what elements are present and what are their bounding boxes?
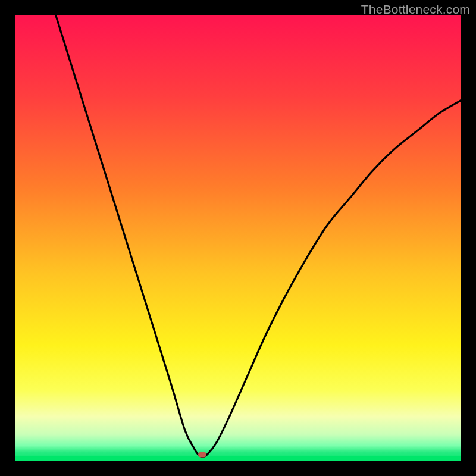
chart-stage: TheBottleneck.com — [0, 0, 476, 476]
plot-area — [15, 15, 461, 461]
watermark-text: TheBottleneck.com — [361, 2, 470, 17]
bottleneck-curve — [15, 15, 461, 461]
optimal-marker — [198, 452, 206, 458]
